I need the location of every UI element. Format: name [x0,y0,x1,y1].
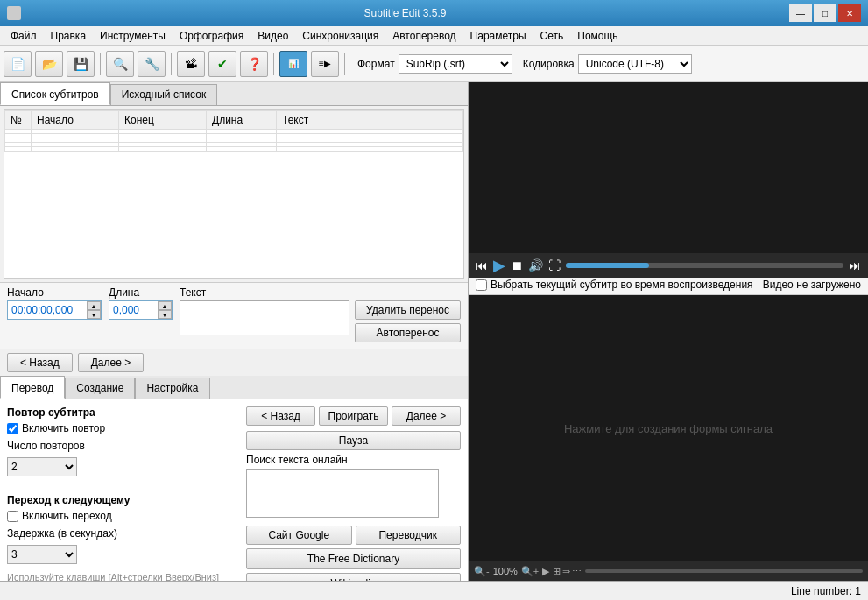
google-button[interactable]: Сайт Google [246,526,352,545]
start-spin-down[interactable]: ▼ [87,310,101,319]
waveform-slider[interactable] [585,569,863,573]
menu-spelling[interactable]: Орфография [173,28,251,44]
translation-layout: Повтор субтитра Включить повтор Число по… [7,406,461,581]
tab-source-list[interactable]: Исходный список [110,84,217,105]
repeat-title: Повтор субтитра [7,406,222,419]
video-fullscreen-icon[interactable]: ⛶ [548,258,561,272]
menu-tools[interactable]: Инструменты [93,28,173,44]
wf-more-btn[interactable]: ⋯ [572,566,582,577]
menu-video[interactable]: Видео [251,28,295,44]
video-display [469,82,868,253]
help-btn[interactable]: ❓ [240,51,268,77]
repeat-checkbox[interactable] [7,423,18,434]
text-row: Удалить перенос Автоперенос [180,300,461,342]
duration-spin-btns: ▲ ▼ [158,301,172,319]
repeat-count-select-row: 2 [7,457,222,476]
subtitle-sync-checkbox[interactable] [476,279,487,291]
tab-creation[interactable]: Создание [65,378,135,399]
start-time-input[interactable] [8,301,87,319]
duration-input[interactable] [109,301,158,319]
find-button[interactable]: 🔍 [106,51,134,77]
video-btn[interactable]: 📽 [177,51,205,77]
video-progress-bar[interactable] [566,263,843,268]
waveform-display-area[interactable]: Нажмите для создания формы сигнала [469,295,868,561]
menu-sync[interactable]: Синхронизация [295,28,385,44]
next-checkbox-row: Включить переход [7,510,222,522]
menu-help[interactable]: Помощь [570,28,625,44]
search-input[interactable] [246,469,439,518]
waveform-controls: 🔍- 100% 🔍+ ▶ ⊞ ⇒ ⋯ [469,561,868,581]
remove-wrap-button[interactable]: Удалить перенос [355,300,461,320]
tab-subtitle-list[interactable]: Список субтитров [0,82,110,105]
close-button[interactable]: ✕ [838,4,861,22]
encoding-select[interactable]: Unicode (UTF-8) [578,54,692,74]
subtitle-list-btn[interactable]: ≡▶ [311,51,339,77]
app-title: Subtitle Edit 3.5.9 [21,7,789,19]
duration-spin-down[interactable]: ▼ [158,310,172,319]
col-end: Конец [119,111,207,130]
video-stop-icon[interactable]: ⏹ [511,258,523,272]
back-button[interactable]: < Назад [7,353,73,372]
fix-button[interactable]: 🔧 [138,51,166,77]
waveform-btn[interactable]: 📊 [279,51,307,77]
menu-autotranslate[interactable]: Автоперевод [385,28,462,44]
waveform-play-button[interactable]: ▶ [542,566,549,577]
wikipedia-button[interactable]: Wikipedia [246,573,461,581]
wf-arrow-btn[interactable]: ⇒ [562,566,570,577]
menu-edit[interactable]: Правка [44,28,94,44]
duration-label: Длина [109,286,173,299]
subtitle-text-input[interactable] [180,300,349,335]
subtitle-sync-label: Выбрать текущий субтитр во время воспрои… [490,279,753,291]
play-back-button[interactable]: < Назад [246,406,315,426]
format-select[interactable]: SubRip (.srt) [399,54,512,74]
waveform-icon: 📊 [288,59,299,68]
toolbar: 📄 📂 💾 🔍 🔧 📽 ✔ ❓ 📊 ≡▶ Формат SubRip (.srt… [0,46,868,82]
check-btn[interactable]: ✔ [208,51,236,77]
video-volume-icon[interactable]: 🔊 [528,258,543,272]
encoding-label: Кодировка [523,58,575,70]
start-spin-up[interactable]: ▲ [87,301,101,310]
new-button[interactable]: 📄 [4,51,32,77]
repeat-checkbox-row: Включить повтор [7,422,222,434]
waveform-extra-btns: ⊞ ⇒ ⋯ [553,566,582,577]
window-controls: — □ ✕ [789,4,861,22]
video-icon: 📽 [185,57,197,71]
repeat-count-select[interactable]: 2 [7,457,77,476]
tab-settings[interactable]: Настройка [135,378,209,399]
video-checkbox-row: Выбрать текущий субтитр во время воспрои… [469,275,868,295]
open-icon: 📂 [42,57,57,71]
delay-select[interactable]: 3 [7,545,77,564]
subtitle-tabs: Список субтитров Исходный список [0,82,468,106]
open-button[interactable]: 📂 [35,51,63,77]
separator-4 [344,53,345,75]
wf-grid-btn[interactable]: ⊞ [553,566,561,577]
autowrap-button[interactable]: Автоперенос [355,323,461,342]
repeat-check-label: Включить повтор [22,422,105,434]
menu-network[interactable]: Сеть [533,28,571,44]
pause-button[interactable]: Пауза [246,431,461,450]
subtitle-rows [5,130,463,152]
hint-text: Используйте клавиши [Alt+стрелки Вверх/В… [7,571,222,581]
col-text: Текст [277,111,463,130]
forward-button[interactable]: Далее > [78,353,145,372]
play-forward-button[interactable]: Далее > [392,406,461,426]
zoom-out-button[interactable]: 🔍- [474,566,490,577]
table-row[interactable] [5,147,463,152]
tab-translation[interactable]: Перевод [0,376,65,399]
video-forward-icon[interactable]: ⏭ [849,258,861,272]
menu-file[interactable]: Файл [4,28,44,44]
video-rewind-icon[interactable]: ⏮ [476,258,488,272]
minimize-button[interactable]: — [789,4,812,22]
duration-spin-up[interactable]: ▲ [158,301,172,310]
play-button[interactable]: Проиграть [319,406,388,426]
video-play-icon[interactable]: ▶ [493,256,505,275]
translate-button[interactable]: Переводчик [356,526,462,545]
next-checkbox[interactable] [7,511,18,522]
menu-params[interactable]: Параметры [463,28,533,44]
freedict-button[interactable]: The Free Dictionary [246,548,461,569]
zoom-in-button[interactable]: 🔍+ [521,566,539,577]
separator-2 [171,53,172,75]
save-button[interactable]: 💾 [67,51,95,77]
maximize-button[interactable]: □ [814,4,836,22]
help-icon: ❓ [247,57,262,71]
